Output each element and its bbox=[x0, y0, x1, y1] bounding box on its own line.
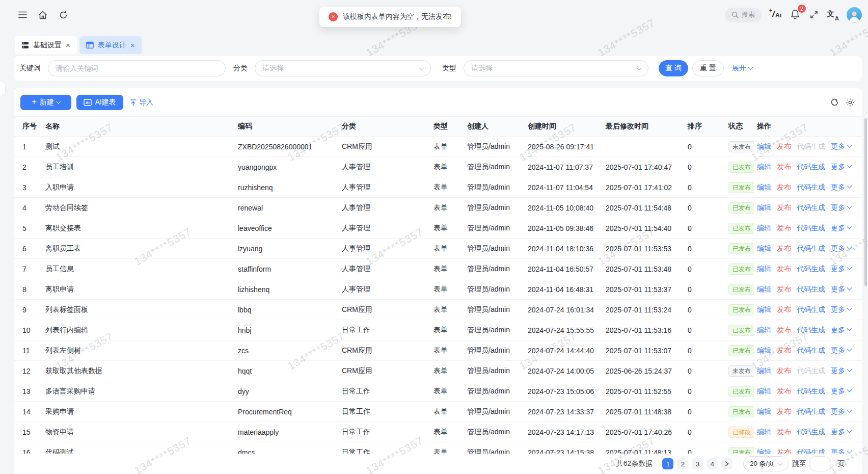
publish-link[interactable]: 发布 bbox=[777, 244, 791, 253]
more-link[interactable]: 更多 bbox=[831, 387, 851, 396]
edit-link[interactable]: 编辑 bbox=[757, 305, 771, 314]
edit-link[interactable]: 编辑 bbox=[757, 326, 771, 335]
sync-icon[interactable] bbox=[830, 98, 839, 107]
edit-link[interactable]: 编辑 bbox=[757, 346, 771, 355]
new-button[interactable]: + 新建 bbox=[20, 95, 71, 110]
more-link[interactable]: 更多 bbox=[831, 224, 851, 233]
publish-link[interactable]: 发布 bbox=[777, 387, 791, 396]
publish-link[interactable]: 发布 bbox=[777, 428, 791, 437]
publish-link[interactable]: 发布 bbox=[777, 163, 791, 172]
edit-link[interactable]: 编辑 bbox=[757, 244, 771, 253]
edit-link[interactable]: 编辑 bbox=[757, 285, 771, 294]
avatar[interactable] bbox=[847, 7, 862, 22]
tab-basic-settings[interactable]: 基础设置 × bbox=[15, 36, 77, 54]
reset-button[interactable]: 重 置 bbox=[692, 60, 724, 76]
page-button-3[interactable]: 3 bbox=[692, 458, 703, 469]
publish-link[interactable]: 发布 bbox=[777, 448, 791, 454]
publish-link[interactable]: 发布 bbox=[777, 366, 791, 376]
codegen-link[interactable]: 代码生成 bbox=[797, 203, 825, 213]
edit-link[interactable]: 编辑 bbox=[757, 224, 771, 233]
publish-link[interactable]: 发布 bbox=[777, 326, 791, 335]
codegen-link[interactable]: 代码生成 bbox=[797, 366, 825, 376]
global-search-input[interactable]: 搜索 bbox=[725, 8, 762, 22]
codegen-link[interactable]: 代码生成 bbox=[797, 407, 825, 416]
codegen-link[interactable]: 代码生成 bbox=[797, 183, 825, 192]
codegen-link[interactable]: 代码生成 bbox=[797, 163, 825, 172]
publish-link[interactable]: 发布 bbox=[777, 142, 791, 151]
more-link[interactable]: 更多 bbox=[831, 203, 851, 213]
codegen-link[interactable]: 代码生成 bbox=[797, 326, 825, 335]
publish-link[interactable]: 发布 bbox=[777, 203, 791, 213]
edit-link[interactable]: 编辑 bbox=[757, 407, 771, 416]
codegen-link[interactable]: 代码生成 bbox=[797, 285, 825, 294]
close-icon[interactable]: × bbox=[66, 41, 70, 49]
edit-link[interactable]: 编辑 bbox=[757, 163, 771, 172]
codegen-link[interactable]: 代码生成 bbox=[797, 244, 825, 253]
more-link[interactable]: 更多 bbox=[831, 326, 851, 335]
more-link[interactable]: 更多 bbox=[831, 285, 851, 294]
query-button[interactable]: 查 询 bbox=[659, 60, 688, 76]
codegen-link[interactable]: 代码生成 bbox=[797, 387, 825, 396]
scrollbar-thumb[interactable] bbox=[864, 118, 867, 286]
edit-link[interactable]: 编辑 bbox=[757, 142, 771, 151]
edit-link[interactable]: 编辑 bbox=[757, 448, 771, 454]
publish-link[interactable]: 发布 bbox=[777, 407, 791, 416]
page-button-4[interactable]: 4 bbox=[707, 458, 718, 469]
codegen-link[interactable]: 代码生成 bbox=[797, 224, 825, 233]
hamburger-menu-icon[interactable] bbox=[17, 10, 28, 20]
more-link[interactable]: 更多 bbox=[831, 142, 851, 151]
more-link[interactable]: 更多 bbox=[831, 163, 851, 172]
refresh-icon[interactable] bbox=[58, 10, 68, 20]
ai-assistant-icon[interactable]: +/Ai bbox=[769, 9, 782, 20]
close-icon[interactable]: × bbox=[130, 41, 135, 49]
edit-link[interactable]: 编辑 bbox=[757, 387, 771, 396]
page-size-select[interactable]: 20 条/页 bbox=[743, 456, 789, 471]
import-button[interactable]: 导入 bbox=[130, 98, 153, 107]
codegen-link[interactable]: 代码生成 bbox=[797, 142, 825, 151]
page-button-2[interactable]: 2 bbox=[677, 458, 688, 469]
more-link[interactable]: 更多 bbox=[831, 366, 851, 376]
publish-link[interactable]: 发布 bbox=[777, 224, 791, 233]
fullscreen-icon[interactable] bbox=[809, 10, 819, 20]
publish-link[interactable]: 发布 bbox=[777, 346, 791, 355]
publish-link[interactable]: 发布 bbox=[777, 285, 791, 294]
home-icon[interactable] bbox=[38, 10, 48, 20]
jump-to-input[interactable] bbox=[809, 456, 831, 471]
codegen-link[interactable]: 代码生成 bbox=[797, 265, 825, 274]
edit-link[interactable]: 编辑 bbox=[757, 183, 771, 192]
publish-link[interactable]: 发布 bbox=[777, 305, 791, 314]
next-page-button[interactable] bbox=[721, 458, 733, 469]
chevron-down-icon bbox=[847, 265, 852, 270]
gear-icon[interactable] bbox=[846, 98, 855, 107]
type-select[interactable]: 请选择 bbox=[464, 60, 648, 76]
chevron-down-icon bbox=[847, 408, 852, 413]
ai-create-table-button[interactable]: AI AI建表 bbox=[76, 95, 123, 110]
more-link[interactable]: 更多 bbox=[831, 448, 851, 454]
more-link[interactable]: 更多 bbox=[831, 183, 851, 192]
codegen-link[interactable]: 代码生成 bbox=[797, 346, 825, 355]
translate-icon[interactable]: 文A bbox=[827, 9, 839, 20]
codegen-link[interactable]: 代码生成 bbox=[797, 448, 825, 454]
edit-link[interactable]: 编辑 bbox=[757, 203, 771, 213]
more-link[interactable]: 更多 bbox=[831, 346, 851, 355]
publish-link[interactable]: 发布 bbox=[777, 265, 791, 274]
keyword-input[interactable] bbox=[56, 64, 218, 72]
codegen-link[interactable]: 代码生成 bbox=[797, 428, 825, 437]
more-link[interactable]: 更多 bbox=[831, 265, 851, 274]
edit-link[interactable]: 编辑 bbox=[757, 265, 771, 274]
category-select[interactable]: 请选择 bbox=[255, 60, 431, 76]
sidebar-collapse-handle[interactable] bbox=[0, 82, 5, 96]
codegen-link[interactable]: 代码生成 bbox=[797, 305, 825, 314]
expand-button[interactable]: 展开 bbox=[732, 64, 752, 73]
publish-link[interactable]: 发布 bbox=[777, 183, 791, 192]
more-link[interactable]: 更多 bbox=[831, 244, 851, 253]
notification-bell-icon[interactable]: 2 bbox=[790, 9, 801, 21]
more-link[interactable]: 更多 bbox=[831, 428, 851, 437]
tab-form-design[interactable]: 表单设计 × bbox=[79, 36, 142, 54]
more-link[interactable]: 更多 bbox=[831, 407, 851, 416]
edit-link[interactable]: 编辑 bbox=[757, 366, 771, 376]
chevron-down-icon bbox=[56, 99, 60, 103]
edit-link[interactable]: 编辑 bbox=[757, 428, 771, 437]
more-link[interactable]: 更多 bbox=[831, 305, 851, 314]
page-button-1[interactable]: 1 bbox=[662, 458, 673, 469]
